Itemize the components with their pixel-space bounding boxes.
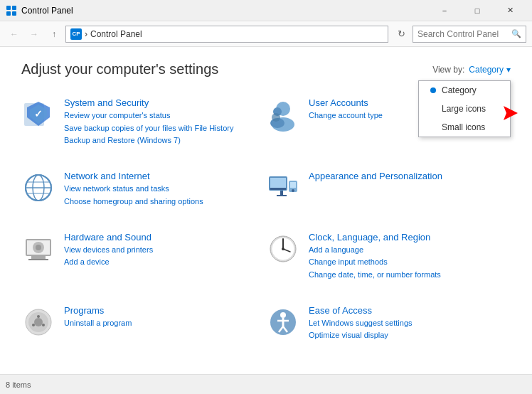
appearance-title[interactable]: Appearance and Personalization <box>309 171 511 181</box>
link-add-language[interactable]: Add a language <box>309 244 511 257</box>
svg-rect-0 <box>6 6 11 10</box>
category-programs: Programs Uninstall a program <box>21 299 266 360</box>
system-security-title[interactable]: System and Security <box>64 97 266 108</box>
svg-point-13 <box>272 113 280 122</box>
svg-point-44 <box>32 324 35 326</box>
svg-point-27 <box>292 189 294 192</box>
svg-rect-22 <box>270 188 286 190</box>
category-hardware: Hardware and Sound View devices and prin… <box>21 226 266 299</box>
path-icon: CP <box>70 28 82 40</box>
link-date-time[interactable]: Change date, time, or number formats <box>309 269 511 282</box>
back-button[interactable]: ← <box>6 26 23 43</box>
forward-button[interactable]: → <box>26 26 43 43</box>
svg-point-42 <box>37 315 40 318</box>
dropdown-label-small-icons: Small icons <box>442 122 485 132</box>
svg-rect-33 <box>28 259 48 260</box>
path-label: Control Panel <box>90 29 142 39</box>
view-by-label: View by: <box>432 65 464 75</box>
address-bar: ← → ↑ CP › Control Panel ↻ 🔍 <box>0 21 532 47</box>
ease-title[interactable]: Ease of Access <box>309 305 511 316</box>
dropdown-chevron-icon: ▾ <box>506 65 511 75</box>
path-content: CP › Control Panel <box>70 28 142 40</box>
user-accounts-icon <box>266 97 300 132</box>
category-clock: Clock, Language, and Region Add a langua… <box>266 226 511 299</box>
ease-info: Ease of Access Let Windows suggest setti… <box>309 305 511 342</box>
red-arrow-container <box>489 106 518 122</box>
svg-point-46 <box>280 312 286 318</box>
programs-info: Programs Uninstall a program <box>64 305 266 330</box>
svg-point-38 <box>282 247 284 250</box>
ease-icon <box>266 305 300 339</box>
minimize-button[interactable]: − <box>428 0 461 21</box>
link-windows-suggest[interactable]: Let Windows suggest settings <box>309 317 511 330</box>
link-backup-files[interactable]: Save backup copies of your files with Fi… <box>64 122 266 135</box>
svg-rect-32 <box>31 256 46 259</box>
network-info: Network and Internet View network status… <box>64 171 266 208</box>
page-header: Adjust your computer's settings View by:… <box>21 61 511 78</box>
link-review-status[interactable]: Review your computer's status <box>64 110 266 122</box>
hardware-icon <box>21 232 55 266</box>
title-bar-controls: − □ ✕ <box>428 0 526 21</box>
main-content: Adjust your computer's settings View by:… <box>0 47 532 374</box>
status-bar: 8 items <box>0 374 532 394</box>
svg-rect-26 <box>290 182 296 188</box>
network-icon <box>21 171 55 205</box>
search-icon: 🔍 <box>511 29 521 38</box>
svg-rect-3 <box>12 11 16 16</box>
svg-rect-2 <box>6 11 11 16</box>
svg-point-31 <box>36 245 41 250</box>
svg-point-41 <box>34 318 43 326</box>
programs-icon <box>21 305 55 339</box>
path-separator: › <box>85 29 87 39</box>
view-by-container: View by: Category ▾ Category Large icons… <box>432 65 511 75</box>
link-visual-display[interactable]: Optimize visual display <box>309 329 511 342</box>
hardware-info: Hardware and Sound View devices and prin… <box>64 232 266 269</box>
svg-rect-1 <box>12 6 16 10</box>
clock-icon <box>266 232 300 266</box>
clock-info: Clock, Language, and Region Add a langua… <box>309 232 511 282</box>
svg-text:✓: ✓ <box>34 108 43 119</box>
link-backup-restore[interactable]: Backup and Restore (Windows 7) <box>64 134 266 147</box>
svg-marker-4 <box>489 106 518 120</box>
dropdown-label-category: Category <box>442 85 477 95</box>
title-bar: Control Panel − □ ✕ <box>0 0 532 21</box>
programs-title[interactable]: Programs <box>64 305 266 316</box>
svg-point-43 <box>42 324 45 326</box>
view-by-value: Category <box>469 65 504 75</box>
search-box[interactable]: 🔍 <box>413 26 526 43</box>
search-input[interactable] <box>417 29 509 39</box>
category-system-security: ✓ System and Security Review your comput… <box>21 92 266 165</box>
link-input-methods[interactable]: Change input methods <box>309 256 511 269</box>
selected-dot-icon <box>430 87 436 93</box>
control-panel-icon <box>6 5 17 16</box>
link-printers[interactable]: View devices and printers <box>64 244 266 257</box>
network-title[interactable]: Network and Internet <box>64 171 266 181</box>
svg-rect-24 <box>277 195 287 196</box>
appearance-info: Appearance and Personalization <box>309 171 511 183</box>
system-security-icon: ✓ <box>21 97 55 132</box>
link-uninstall[interactable]: Uninstall a program <box>64 317 266 330</box>
view-by-button[interactable]: Category ▾ <box>469 65 511 75</box>
link-homegroup[interactable]: Choose homegroup and sharing options <box>64 196 266 208</box>
window-title: Control Panel <box>21 6 73 16</box>
clock-title[interactable]: Clock, Language, and Region <box>309 232 511 243</box>
svg-rect-21 <box>270 178 286 188</box>
svg-rect-23 <box>280 191 283 195</box>
dropdown-item-category[interactable]: Category <box>419 81 510 100</box>
refresh-button[interactable]: ↻ <box>393 26 410 43</box>
status-text: 8 items <box>6 380 31 389</box>
maximize-button[interactable]: □ <box>461 0 494 21</box>
hardware-title[interactable]: Hardware and Sound <box>64 232 266 243</box>
title-bar-left: Control Panel <box>6 5 73 16</box>
close-button[interactable]: ✕ <box>494 0 526 21</box>
link-network-status[interactable]: View network status and tasks <box>64 183 266 196</box>
address-path[interactable]: CP › Control Panel <box>65 26 388 43</box>
link-add-device[interactable]: Add a device <box>64 256 266 269</box>
up-button[interactable]: ↑ <box>46 26 63 43</box>
appearance-icon <box>266 171 300 205</box>
page-title: Adjust your computer's settings <box>21 61 218 78</box>
category-ease: Ease of Access Let Windows suggest setti… <box>266 299 511 360</box>
category-network: Network and Internet View network status… <box>21 165 266 225</box>
dropdown-label-large-icons: Large icons <box>442 104 486 114</box>
category-appearance: Appearance and Personalization <box>266 165 511 225</box>
